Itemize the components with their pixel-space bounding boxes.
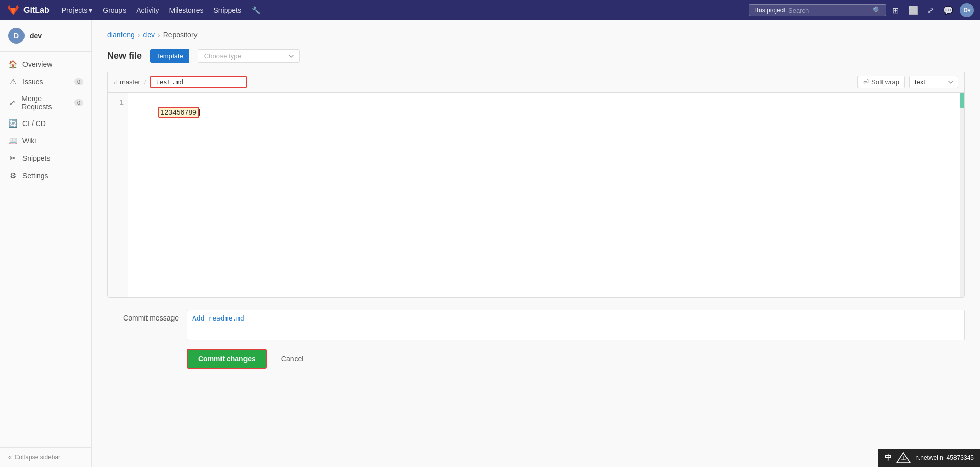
scrollbar-thumb (960, 93, 964, 108)
merge-request-icon[interactable]: ⤢ (924, 4, 937, 17)
code-editor-body: 1 123456789 (108, 93, 964, 297)
chevron-down-icon: ▾ (89, 6, 92, 14)
gitlab-logo-icon (6, 3, 20, 17)
sidebar-item-settings-label: Settings (22, 171, 48, 180)
avatar[interactable]: D ▾ (960, 3, 974, 17)
editor-toolbar: ⑁ master / ⏎ Soft wrap text markdown ya (108, 71, 964, 93)
snippets-icon: ✂ (8, 154, 17, 163)
search-box: This project 🔍 (749, 4, 886, 16)
sidebar-project[interactable]: D dev (0, 20, 91, 52)
code-line-1[interactable]: 123456789 (134, 97, 954, 107)
brand-logo[interactable]: GitLab (6, 3, 50, 17)
editor-branch: ⑁ master / (114, 76, 247, 88)
soft-wrap-button[interactable]: ⏎ Soft wrap (857, 76, 905, 88)
nav-milestones[interactable]: Milestones (165, 4, 208, 16)
sidebar-item-wiki-label: Wiki (22, 137, 36, 145)
comment-icon[interactable]: 💬 (940, 4, 957, 17)
commit-form: Commit message Add readme.md Commit chan… (107, 310, 965, 369)
sidebar-item-overview[interactable]: 🏠 Overview (0, 56, 91, 73)
sidebar-nav: 🏠 Overview ⚠ Issues 0 ⤢ Merge Requests 0… (0, 52, 91, 447)
breadcrumb-dev[interactable]: dev (143, 31, 155, 39)
issues-badge: 0 (74, 78, 83, 85)
wiki-icon: 📖 (8, 136, 17, 145)
collapse-sidebar-button[interactable]: « Collapse sidebar (0, 447, 91, 467)
breadcrumb: dianfeng › dev › Repository (107, 31, 965, 39)
sidebar-item-issues-label: Issues (22, 78, 43, 86)
editor-scrollbar[interactable] (960, 93, 964, 297)
search-input[interactable] (788, 7, 870, 14)
page-layout: D dev 🏠 Overview ⚠ Issues 0 ⤢ Merge Requ… (0, 20, 980, 467)
sidebar-project-name: dev (30, 32, 42, 40)
sidebar-project-avatar: D (8, 28, 24, 44)
page-header: New file Template Choose type Markdown T… (107, 49, 965, 63)
template-tab[interactable]: Template (150, 49, 189, 63)
sidebar-item-ci-cd[interactable]: 🔄 CI / CD (0, 115, 91, 132)
breadcrumb-repository: Repository (163, 31, 198, 39)
breadcrumb-sep-2: › (158, 31, 160, 39)
sidebar: D dev 🏠 Overview ⚠ Issues 0 ⤢ Merge Requ… (0, 20, 92, 467)
breadcrumb-dianfeng[interactable]: dianfeng (107, 31, 135, 39)
breadcrumb-sep-1: › (138, 31, 140, 39)
collapse-icon: « (8, 454, 12, 461)
home-icon: 🏠 (8, 60, 17, 69)
commit-message-input[interactable]: Add readme.md (187, 310, 965, 340)
chevron-down-icon: ▾ (968, 8, 970, 13)
merge-icon: ⤢ (8, 98, 16, 107)
text-type-select[interactable]: text markdown yaml json (909, 76, 958, 88)
commit-message-label: Commit message (107, 310, 179, 322)
editor-path-sep: / (144, 78, 146, 86)
nav-snippets[interactable]: Snippets (209, 4, 245, 16)
sidebar-item-settings[interactable]: ⚙ Settings (0, 167, 91, 184)
nav-activity[interactable]: Activity (132, 4, 163, 16)
search-icon[interactable]: 🔍 (873, 6, 881, 14)
chinese-char: 中 (885, 453, 892, 462)
brand-name: GitLab (23, 6, 50, 15)
sidebar-item-wiki[interactable]: 📖 Wiki (0, 132, 91, 150)
code-content-highlighted: 123456789 (158, 107, 199, 118)
commit-changes-button[interactable]: Commit changes (187, 349, 267, 369)
navbar-right: This project 🔍 ⊞ ⬜ ⤢ 💬 D ▾ (749, 3, 974, 17)
sidebar-item-issues[interactable]: ⚠ Issues 0 (0, 73, 91, 90)
nav-projects[interactable]: Projects ▾ (58, 4, 97, 16)
sidebar-item-snippets-label: Snippets (22, 154, 50, 162)
settings-icon: ⚙ (8, 171, 17, 180)
choose-type-select[interactable]: Choose type Markdown Text YAML JSON (198, 49, 300, 63)
ci-icon: 🔄 (8, 119, 17, 128)
merge-badge: 0 (74, 99, 83, 106)
editor-toolbar-right: ⏎ Soft wrap text markdown yaml json (857, 76, 958, 88)
filename-input[interactable] (150, 76, 247, 88)
sidebar-item-merge-requests[interactable]: ⤢ Merge Requests 0 (0, 90, 91, 115)
page-title: New file (107, 51, 142, 61)
line-numbers: 1 (108, 93, 128, 297)
cancel-button[interactable]: Cancel (273, 350, 312, 368)
cursor (199, 109, 200, 116)
sidebar-item-ci-label: CI / CD (22, 119, 46, 128)
top-navbar: GitLab Projects ▾ Groups Activity Milest… (0, 0, 980, 20)
branch-icon: ⑁ (114, 78, 118, 86)
sidebar-item-overview-label: Overview (22, 60, 52, 68)
overlay-url: n.netwei·n_45873345 (915, 454, 974, 461)
wrap-icon: ⏎ (863, 78, 869, 86)
line-number-1: 1 (108, 97, 128, 107)
search-scope-label: This project (753, 7, 785, 14)
branch-name: master (120, 78, 140, 86)
nav-links: Projects ▾ Groups Activity Milestones Sn… (58, 4, 264, 16)
triangle-logo-icon (896, 452, 911, 464)
sidebar-item-snippets[interactable]: ✂ Snippets (0, 150, 91, 167)
commit-message-row: Commit message Add readme.md (107, 310, 965, 340)
issues-icon: ⚠ (8, 77, 17, 86)
commit-actions: Commit changes Cancel (107, 349, 965, 369)
main-content: dianfeng › dev › Repository New file Tem… (92, 20, 980, 467)
editor-container: ⑁ master / ⏎ Soft wrap text markdown ya (107, 71, 965, 298)
nav-groups[interactable]: Groups (99, 4, 130, 16)
svg-marker-3 (8, 5, 10, 8)
bottom-overlay: 中 n.netwei·n_45873345 (878, 449, 980, 467)
sidebar-item-merge-label: Merge Requests (21, 94, 69, 111)
monitor-icon[interactable]: ⬜ (905, 4, 921, 17)
plus-nav-button[interactable]: ⊞ (889, 4, 902, 17)
nav-wrench[interactable]: 🔧 (248, 4, 264, 16)
code-editor[interactable]: 123456789 (128, 93, 960, 297)
